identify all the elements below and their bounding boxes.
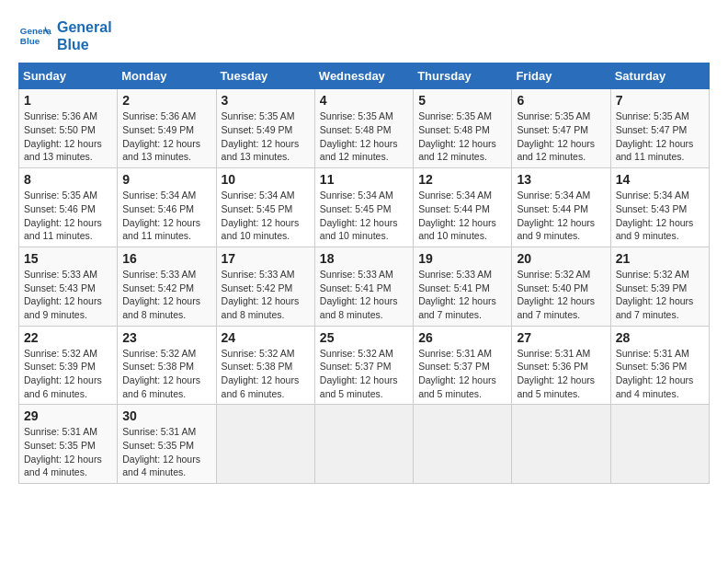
day-number: 22 [24,330,112,345]
calendar-cell: 26Sunrise: 5:31 AMSunset: 5:37 PMDayligh… [414,326,512,405]
logo: General Blue General Blue [18,18,112,53]
day-info: Sunrise: 5:33 AMSunset: 5:42 PMDaylight:… [222,268,310,322]
logo-text-blue: Blue [57,36,112,53]
day-info: Sunrise: 5:32 AMSunset: 5:38 PMDaylight:… [222,347,310,401]
svg-text:Blue: Blue [20,36,40,46]
day-number: 17 [222,251,310,266]
day-info: Sunrise: 5:34 AMSunset: 5:43 PMDaylight:… [616,189,704,243]
weekday-header-tuesday: Tuesday [216,63,314,89]
calendar-cell: 6Sunrise: 5:35 AMSunset: 5:47 PMDaylight… [512,89,610,168]
day-number: 9 [122,172,210,187]
day-info: Sunrise: 5:34 AMSunset: 5:45 PMDaylight:… [222,189,310,243]
day-info: Sunrise: 5:34 AMSunset: 5:44 PMDaylight:… [418,189,506,243]
calendar-cell [512,405,610,484]
weekday-header-wednesday: Wednesday [314,63,413,89]
logo-text-general: General [57,18,112,36]
calendar-cell: 8Sunrise: 5:35 AMSunset: 5:46 PMDaylight… [19,168,118,247]
day-info: Sunrise: 5:32 AMSunset: 5:37 PMDaylight:… [320,347,408,401]
page-header: General Blue General Blue [18,18,710,53]
calendar-cell [610,405,709,484]
calendar-cell: 7Sunrise: 5:35 AMSunset: 5:47 PMDaylight… [610,89,709,168]
weekday-header-sunday: Sunday [19,63,118,89]
calendar-cell: 14Sunrise: 5:34 AMSunset: 5:43 PMDayligh… [610,168,709,247]
day-number: 8 [24,172,112,187]
weekday-header-friday: Friday [512,63,610,89]
day-info: Sunrise: 5:31 AMSunset: 5:35 PMDaylight:… [122,425,210,479]
day-number: 28 [616,330,704,345]
day-info: Sunrise: 5:32 AMSunset: 5:38 PMDaylight:… [122,347,210,401]
calendar-cell: 20Sunrise: 5:32 AMSunset: 5:40 PMDayligh… [512,247,610,326]
day-info: Sunrise: 5:33 AMSunset: 5:42 PMDaylight:… [122,268,210,322]
calendar-cell [314,405,413,484]
calendar-cell: 18Sunrise: 5:33 AMSunset: 5:41 PMDayligh… [314,247,413,326]
day-number: 30 [122,408,210,423]
weekday-header-saturday: Saturday [610,63,709,89]
calendar-cell: 2Sunrise: 5:36 AMSunset: 5:49 PMDaylight… [118,89,216,168]
day-number: 16 [122,251,210,266]
day-number: 10 [222,172,310,187]
calendar-cell: 9Sunrise: 5:34 AMSunset: 5:46 PMDaylight… [118,168,216,247]
calendar-week-1: 1Sunrise: 5:36 AMSunset: 5:50 PMDaylight… [19,89,710,168]
calendar-cell: 4Sunrise: 5:35 AMSunset: 5:48 PMDaylight… [314,89,413,168]
day-info: Sunrise: 5:31 AMSunset: 5:36 PMDaylight:… [616,347,704,401]
day-info: Sunrise: 5:36 AMSunset: 5:49 PMDaylight:… [122,109,210,164]
calendar-cell: 10Sunrise: 5:34 AMSunset: 5:45 PMDayligh… [216,168,314,247]
calendar-cell: 28Sunrise: 5:31 AMSunset: 5:36 PMDayligh… [610,326,709,405]
calendar-cell: 23Sunrise: 5:32 AMSunset: 5:38 PMDayligh… [118,326,216,405]
calendar-cell [216,405,314,484]
calendar-cell: 30Sunrise: 5:31 AMSunset: 5:35 PMDayligh… [118,405,216,484]
weekday-header-thursday: Thursday [414,63,512,89]
day-number: 19 [418,251,506,266]
day-number: 24 [222,330,310,345]
day-number: 21 [616,251,704,266]
day-number: 14 [616,172,704,187]
day-info: Sunrise: 5:32 AMSunset: 5:40 PMDaylight:… [517,268,605,322]
day-number: 18 [320,251,408,266]
calendar-cell: 27Sunrise: 5:31 AMSunset: 5:36 PMDayligh… [512,326,610,405]
calendar-cell: 11Sunrise: 5:34 AMSunset: 5:45 PMDayligh… [314,168,413,247]
calendar-week-2: 8Sunrise: 5:35 AMSunset: 5:46 PMDaylight… [19,168,710,247]
day-number: 29 [24,408,112,423]
day-info: Sunrise: 5:33 AMSunset: 5:41 PMDaylight:… [418,268,506,322]
day-number: 1 [24,93,112,108]
day-number: 4 [320,93,408,108]
calendar-table: SundayMondayTuesdayWednesdayThursdayFrid… [18,63,710,484]
day-number: 25 [320,330,408,345]
calendar-cell: 12Sunrise: 5:34 AMSunset: 5:44 PMDayligh… [414,168,512,247]
day-info: Sunrise: 5:31 AMSunset: 5:36 PMDaylight:… [517,347,605,401]
calendar-cell: 24Sunrise: 5:32 AMSunset: 5:38 PMDayligh… [216,326,314,405]
day-number: 15 [24,251,112,266]
day-info: Sunrise: 5:34 AMSunset: 5:45 PMDaylight:… [320,189,408,243]
day-info: Sunrise: 5:31 AMSunset: 5:37 PMDaylight:… [418,347,506,401]
day-info: Sunrise: 5:35 AMSunset: 5:46 PMDaylight:… [24,189,112,243]
calendar-cell: 22Sunrise: 5:32 AMSunset: 5:39 PMDayligh… [19,326,118,405]
day-number: 11 [320,172,408,187]
weekday-header-monday: Monday [118,63,216,89]
calendar-cell: 1Sunrise: 5:36 AMSunset: 5:50 PMDaylight… [19,89,118,168]
day-info: Sunrise: 5:33 AMSunset: 5:41 PMDaylight:… [320,268,408,322]
day-number: 20 [517,251,605,266]
day-number: 7 [616,93,704,108]
day-info: Sunrise: 5:35 AMSunset: 5:49 PMDaylight:… [222,109,310,164]
day-info: Sunrise: 5:35 AMSunset: 5:48 PMDaylight:… [418,109,506,164]
day-number: 12 [418,172,506,187]
calendar-cell: 17Sunrise: 5:33 AMSunset: 5:42 PMDayligh… [216,247,314,326]
calendar-cell: 29Sunrise: 5:31 AMSunset: 5:35 PMDayligh… [19,405,118,484]
calendar-cell: 16Sunrise: 5:33 AMSunset: 5:42 PMDayligh… [118,247,216,326]
calendar-week-4: 22Sunrise: 5:32 AMSunset: 5:39 PMDayligh… [19,326,710,405]
logo-icon: General Blue [18,19,51,52]
day-info: Sunrise: 5:35 AMSunset: 5:47 PMDaylight:… [517,109,605,164]
calendar-week-3: 15Sunrise: 5:33 AMSunset: 5:43 PMDayligh… [19,247,710,326]
day-number: 13 [517,172,605,187]
calendar-cell: 19Sunrise: 5:33 AMSunset: 5:41 PMDayligh… [414,247,512,326]
day-info: Sunrise: 5:35 AMSunset: 5:48 PMDaylight:… [320,109,408,164]
calendar-cell: 13Sunrise: 5:34 AMSunset: 5:44 PMDayligh… [512,168,610,247]
day-info: Sunrise: 5:35 AMSunset: 5:47 PMDaylight:… [616,109,704,164]
day-info: Sunrise: 5:34 AMSunset: 5:46 PMDaylight:… [122,189,210,243]
calendar-cell [414,405,512,484]
day-number: 2 [122,93,210,108]
day-number: 3 [222,93,310,108]
day-info: Sunrise: 5:34 AMSunset: 5:44 PMDaylight:… [517,189,605,243]
day-info: Sunrise: 5:32 AMSunset: 5:39 PMDaylight:… [616,268,704,322]
calendar-cell: 3Sunrise: 5:35 AMSunset: 5:49 PMDaylight… [216,89,314,168]
